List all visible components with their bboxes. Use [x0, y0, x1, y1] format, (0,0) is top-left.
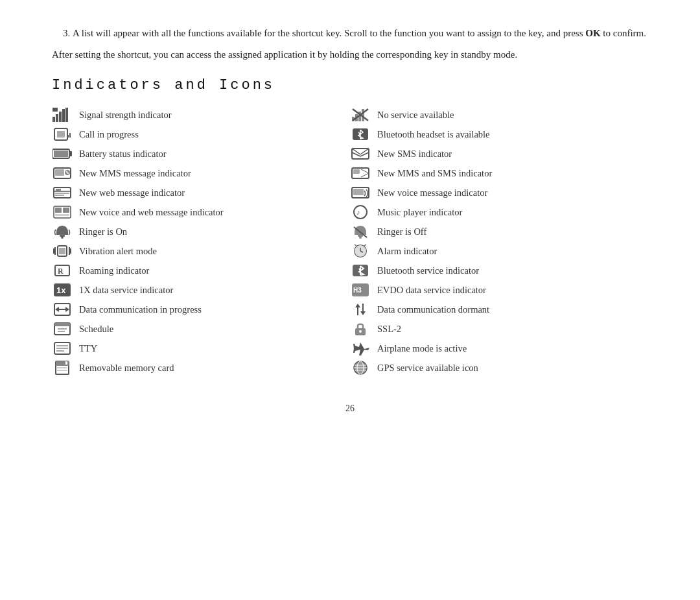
svg-rect-20 [55, 193, 69, 194]
svg-rect-43 [54, 323, 70, 326]
svg-point-76 [359, 236, 362, 239]
alarm-label: Alarm indicator [377, 245, 437, 258]
voice-web-label: New voice and web message indicator [79, 206, 224, 219]
tty-icon [52, 341, 73, 356]
roaming-icon: R [52, 263, 73, 278]
list-item: New MMS and SMS indicator [350, 163, 648, 183]
step-3-text: A list will appear with all the function… [73, 26, 648, 41]
svg-rect-52 [57, 367, 67, 368]
svg-rect-14 [55, 169, 64, 176]
svg-line-83 [364, 245, 366, 246]
voice-web-icon [52, 204, 73, 220]
svg-rect-72 [353, 189, 364, 195]
data-comm-label: Data communication in progress [79, 303, 202, 316]
svg-marker-87 [355, 304, 360, 307]
evdo-label: EVDO data service indicator [377, 283, 486, 296]
section-title: Indicators and Icons [52, 77, 648, 93]
svg-rect-7 [57, 131, 65, 138]
ringer-on-icon [52, 224, 73, 239]
svg-rect-53 [57, 370, 67, 371]
svg-rect-23 [55, 208, 62, 213]
list-item: Signal strength indicator [52, 105, 350, 125]
bt-service-label: Bluetooth service indicator [377, 264, 479, 277]
list-item: Vibration alert mode [52, 241, 350, 261]
mms-sms-icon [350, 165, 371, 181]
list-item: SSL-2 [350, 319, 648, 339]
svg-point-73 [354, 206, 367, 219]
tty-label: TTY [79, 342, 97, 355]
svg-rect-1 [56, 114, 58, 122]
list-item: New MMS message indicator [52, 163, 350, 183]
svg-rect-5 [52, 108, 58, 112]
battery-label: Battery status indicator [79, 147, 167, 160]
bt-headset-label: Bluetooth headset is available [377, 128, 490, 141]
voice-msg-icon [350, 185, 371, 200]
sms-label: New SMS indicator [377, 147, 452, 160]
data-dormant-icon [350, 302, 371, 317]
no-service-label: No service available [377, 108, 454, 121]
svg-rect-11 [69, 151, 72, 156]
left-column: Signal strength indicator Call in progre… [52, 105, 350, 378]
airplane-icon [350, 341, 371, 356]
svg-rect-8 [67, 135, 69, 138]
data-comm-icon [52, 302, 73, 317]
signal-label: Signal strength indicator [79, 108, 172, 121]
bt-headset-icon [350, 126, 371, 142]
ringer-off-label: Ringer is Off [377, 225, 426, 238]
svg-text:R: R [58, 267, 64, 276]
data-dormant-label: Data communication dormant [377, 303, 489, 316]
list-item: Airplane mode is active [350, 339, 648, 358]
list-item: Schedule [52, 319, 350, 339]
list-item: GPS service available icon [350, 358, 648, 378]
ssl-icon [350, 321, 371, 337]
svg-point-27 [61, 236, 64, 239]
list-item: R Roaming indicator [52, 261, 350, 280]
ssl-label: SSL-2 [377, 322, 401, 335]
svg-rect-54 [65, 361, 67, 365]
svg-marker-89 [360, 311, 366, 315]
svg-text:♪: ♪ [356, 208, 360, 216]
svg-line-70 [361, 173, 369, 177]
list-item: Data communication dormant [350, 300, 648, 319]
1x-label: 1X data service indicator [79, 283, 173, 296]
gps-icon [350, 360, 371, 376]
mms-label: New MMS message indicator [79, 167, 191, 180]
list-item: Removable memory card [52, 358, 350, 378]
svg-rect-25 [55, 214, 69, 216]
mms-icon [52, 165, 73, 181]
list-item: New voice and web message indicator [52, 202, 350, 222]
list-item: New voice message indicator [350, 183, 648, 202]
list-item: ♪ Music player indicator [350, 202, 648, 222]
list-item: Ringer is On [52, 222, 350, 241]
svg-marker-40 [65, 307, 69, 312]
vibration-icon [52, 243, 73, 259]
svg-rect-0 [52, 117, 55, 122]
list-item: Ringer is Off [350, 222, 648, 241]
sms-icon [350, 146, 371, 162]
alarm-icon [350, 243, 371, 259]
after-setting-text: After setting the shortcut, you can acce… [52, 47, 648, 62]
list-item: No service available [350, 105, 648, 125]
list-item: H3 EVDO data service indicator [350, 280, 648, 300]
no-service-icon [350, 107, 371, 123]
page-number: 26 [52, 403, 648, 414]
call-icon [52, 126, 73, 142]
svg-marker-41 [55, 307, 59, 312]
vibration-label: Vibration alert mode [79, 245, 157, 258]
voice-msg-label: New voice message indicator [377, 186, 487, 199]
schedule-icon [52, 321, 73, 337]
list-item: New web message indicator [52, 183, 350, 202]
schedule-label: Schedule [79, 322, 113, 335]
mms-sms-label: New MMS and SMS indicator [377, 167, 492, 180]
icons-grid: Signal strength indicator Call in progre… [52, 105, 648, 378]
web-msg-label: New web message indicator [79, 186, 185, 199]
roaming-label: Roaming indicator [79, 264, 149, 277]
svg-rect-12 [54, 150, 68, 157]
list-item: Bluetooth headset is available [350, 125, 648, 144]
list-item: Battery status indicator [52, 144, 350, 163]
svg-line-82 [355, 245, 356, 246]
svg-rect-24 [63, 208, 69, 213]
battery-icon [52, 146, 73, 162]
web-msg-icon [52, 185, 73, 200]
svg-rect-68 [353, 169, 360, 174]
